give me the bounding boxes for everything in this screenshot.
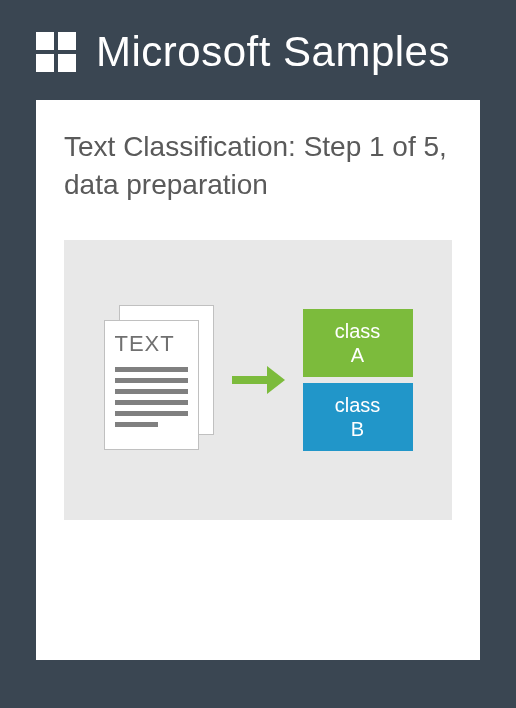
class-b-label-1: class xyxy=(335,393,381,417)
logo-tiles-icon xyxy=(36,32,76,72)
diagram-content: TEXT class xyxy=(104,305,413,455)
class-b-box: class B xyxy=(303,383,413,451)
sample-card[interactable]: Text Classification: Step 1 of 5, data p… xyxy=(36,100,480,660)
text-document-icon: TEXT xyxy=(104,305,214,455)
doc-label: TEXT xyxy=(115,331,188,357)
diagram-thumbnail: TEXT class xyxy=(64,240,452,520)
class-b-label-2: B xyxy=(351,417,364,441)
page-header: Microsoft Samples xyxy=(0,0,516,100)
header-title: Microsoft Samples xyxy=(96,28,450,76)
class-a-label-1: class xyxy=(335,319,381,343)
arrow-right-icon xyxy=(232,366,285,394)
class-a-label-2: A xyxy=(351,343,364,367)
class-boxes: class A class B xyxy=(303,309,413,451)
class-a-box: class A xyxy=(303,309,413,377)
card-title: Text Classification: Step 1 of 5, data p… xyxy=(64,128,452,204)
